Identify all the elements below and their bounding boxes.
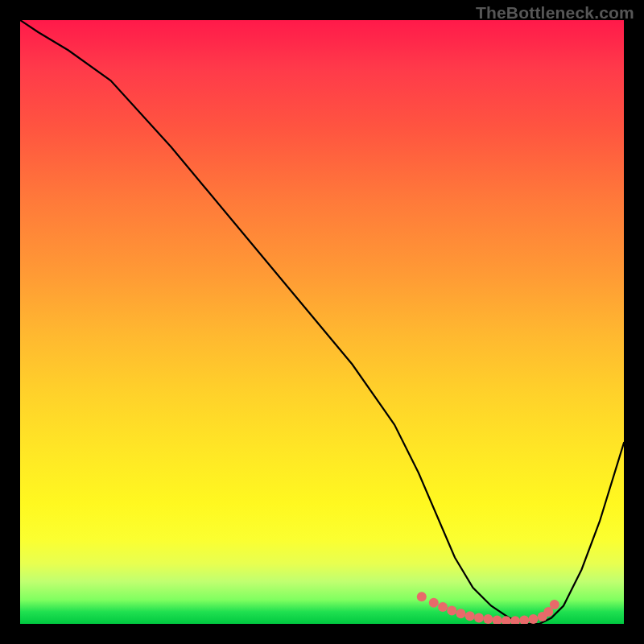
bottleneck-curve bbox=[20, 20, 624, 624]
marker-dot bbox=[529, 614, 539, 624]
chart-container: TheBottleneck.com bbox=[0, 0, 644, 644]
marker-dot bbox=[456, 609, 466, 618]
chart-svg bbox=[20, 20, 624, 624]
marker-dot bbox=[447, 606, 456, 616]
marker-dot bbox=[417, 592, 427, 601]
plot-area bbox=[20, 20, 624, 624]
marker-dot bbox=[550, 600, 559, 609]
marker-dot bbox=[510, 616, 520, 624]
marker-dot bbox=[519, 616, 529, 625]
marker-dot bbox=[429, 598, 439, 608]
marker-dot bbox=[438, 602, 448, 612]
marker-dot bbox=[474, 613, 484, 623]
optimal-range-markers bbox=[417, 592, 559, 624]
watermark-text: TheBottleneck.com bbox=[476, 3, 634, 23]
marker-dot bbox=[465, 611, 475, 621]
marker-dot bbox=[493, 616, 502, 625]
marker-dot bbox=[483, 614, 493, 624]
